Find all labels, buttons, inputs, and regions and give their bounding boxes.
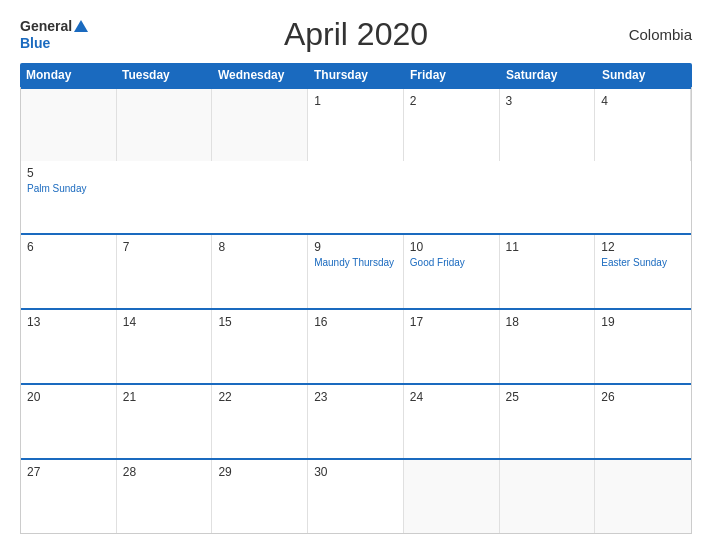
calendar-cell: 14	[117, 310, 213, 383]
day-number: 23	[314, 390, 397, 404]
event-label: Palm Sunday	[27, 182, 111, 195]
calendar-cell: 1	[308, 89, 404, 161]
day-number: 21	[123, 390, 206, 404]
day-number: 5	[27, 166, 111, 180]
day-number: 29	[218, 465, 301, 479]
day-number: 10	[410, 240, 493, 254]
day-number: 25	[506, 390, 589, 404]
weekday-header: Thursday	[308, 63, 404, 87]
day-number: 14	[123, 315, 206, 329]
calendar-cell: 22	[212, 385, 308, 458]
weekday-header: Monday	[20, 63, 116, 87]
day-number: 16	[314, 315, 397, 329]
calendar-cell: 29	[212, 460, 308, 533]
logo-triangle-icon	[74, 20, 88, 32]
calendar-cell: 5Palm Sunday	[21, 161, 117, 233]
day-number: 3	[506, 94, 589, 108]
calendar-cell: 3	[500, 89, 596, 161]
event-label: Good Friday	[410, 256, 493, 269]
day-number: 22	[218, 390, 301, 404]
day-number: 26	[601, 390, 685, 404]
calendar-cell: 27	[21, 460, 117, 533]
calendar-cell: 19	[595, 310, 691, 383]
calendar-cell: 18	[500, 310, 596, 383]
weekday-header: Sunday	[596, 63, 692, 87]
day-number: 19	[601, 315, 685, 329]
calendar-cell: 10Good Friday	[404, 235, 500, 308]
calendar-cell: 15	[212, 310, 308, 383]
calendar-cell	[595, 460, 691, 533]
logo-container: General Blue	[20, 18, 100, 52]
calendar-cell: 21	[117, 385, 213, 458]
day-number: 13	[27, 315, 110, 329]
day-number: 24	[410, 390, 493, 404]
calendar-cell: 30	[308, 460, 404, 533]
calendar-cell: 25	[500, 385, 596, 458]
calendar-cell: 17	[404, 310, 500, 383]
calendar-cell: 2	[404, 89, 500, 161]
calendar-cell	[212, 89, 308, 161]
calendar-cell: 16	[308, 310, 404, 383]
calendar-cell: 23	[308, 385, 404, 458]
calendar-cell	[404, 460, 500, 533]
country-label: Colombia	[612, 26, 692, 43]
logo-blue-text: Blue	[20, 35, 100, 52]
weekday-header: Wednesday	[212, 63, 308, 87]
weekday-header: Friday	[404, 63, 500, 87]
day-number: 20	[27, 390, 110, 404]
day-number: 1	[314, 94, 397, 108]
calendar: MondayTuesdayWednesdayThursdayFridaySatu…	[20, 63, 692, 534]
event-label: Maundy Thursday	[314, 256, 397, 269]
calendar-cell: 20	[21, 385, 117, 458]
week-row-3: 20212223242526	[21, 383, 691, 458]
week-row-0: 12345Palm Sunday	[21, 87, 691, 233]
day-number: 12	[601, 240, 685, 254]
calendar-cell: 24	[404, 385, 500, 458]
day-number: 30	[314, 465, 397, 479]
calendar-cell	[500, 460, 596, 533]
calendar-cell: 7	[117, 235, 213, 308]
page: General Blue April 2020 Colombia MondayT…	[0, 0, 712, 550]
calendar-cell: 12Easter Sunday	[595, 235, 691, 308]
day-number: 17	[410, 315, 493, 329]
calendar-cell: 11	[500, 235, 596, 308]
calendar-title: April 2020	[100, 16, 612, 53]
week-row-4: 27282930	[21, 458, 691, 533]
calendar-cell	[21, 89, 117, 161]
day-number: 2	[410, 94, 493, 108]
calendar-cell: 26	[595, 385, 691, 458]
calendar-cell: 6	[21, 235, 117, 308]
calendar-cell: 9Maundy Thursday	[308, 235, 404, 308]
day-number: 7	[123, 240, 206, 254]
day-number: 8	[218, 240, 301, 254]
logo-general-text: General	[20, 18, 72, 35]
weekday-header: Tuesday	[116, 63, 212, 87]
calendar-cell: 4	[595, 89, 691, 161]
calendar-cell: 8	[212, 235, 308, 308]
day-number: 4	[601, 94, 684, 108]
calendar-header: MondayTuesdayWednesdayThursdayFridaySatu…	[20, 63, 692, 87]
weekday-header: Saturday	[500, 63, 596, 87]
day-number: 18	[506, 315, 589, 329]
day-number: 6	[27, 240, 110, 254]
calendar-cell: 28	[117, 460, 213, 533]
calendar-cell: 13	[21, 310, 117, 383]
event-label: Easter Sunday	[601, 256, 685, 269]
day-number: 9	[314, 240, 397, 254]
week-row-2: 13141516171819	[21, 308, 691, 383]
day-number: 28	[123, 465, 206, 479]
week-row-1: 6789Maundy Thursday10Good Friday1112East…	[21, 233, 691, 308]
calendar-body: 12345Palm Sunday6789Maundy Thursday10Goo…	[20, 87, 692, 534]
header: General Blue April 2020 Colombia	[20, 16, 692, 53]
day-number: 27	[27, 465, 110, 479]
day-number: 11	[506, 240, 589, 254]
day-number: 15	[218, 315, 301, 329]
calendar-cell	[117, 89, 213, 161]
